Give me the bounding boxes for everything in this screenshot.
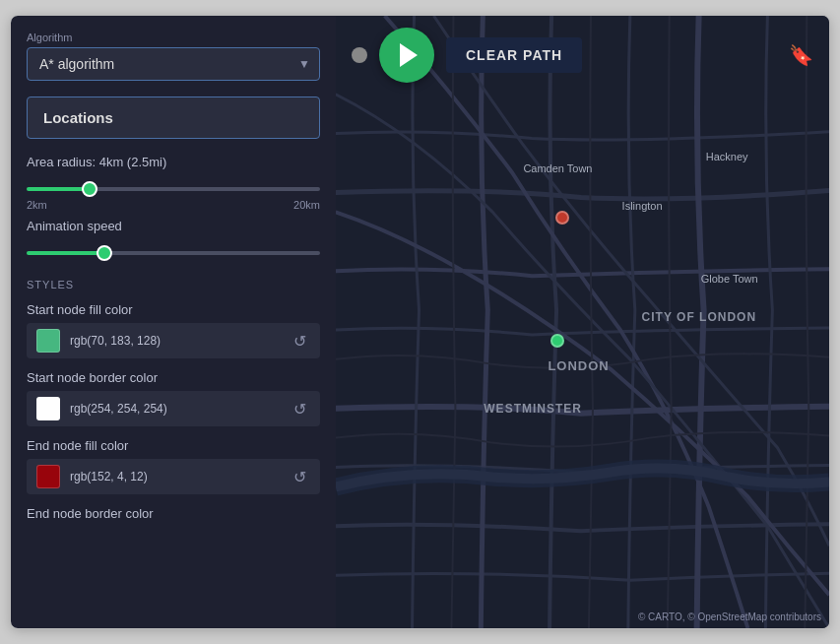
area-radius-section: Area radius: 4km (2.5mi) 2km 20km: [27, 155, 320, 211]
start-border-value: rgb(254, 254, 254): [70, 402, 167, 416]
start-border-item: Start node border color rgb(254, 254, 25…: [27, 370, 320, 426]
end-fill-row: rgb(152, 4, 12) ↺: [27, 459, 320, 494]
animation-speed-label: Animation speed: [27, 219, 320, 233]
styles-header: STYLES: [27, 279, 320, 290]
left-panel: Algorithm A* algorithm Dijkstra BFS DFS …: [11, 16, 336, 628]
end-fill-item: End node fill color rgb(152, 4, 12) ↺: [27, 438, 320, 494]
bookmark-button[interactable]: 🔖: [789, 43, 813, 67]
bookmark-icon: 🔖: [789, 44, 813, 66]
end-fill-reset-button[interactable]: ↺: [290, 466, 310, 488]
locations-button[interactable]: Locations: [27, 97, 320, 139]
end-border-item: End node border color: [27, 506, 320, 521]
area-radius-range: 2km 20km: [27, 199, 320, 211]
map-panel: Camden Town Hackney Islington Globe Town…: [336, 16, 829, 628]
play-button[interactable]: [379, 28, 434, 83]
start-fill-value: rgb(70, 183, 128): [70, 334, 161, 348]
end-fill-swatch-group: rgb(152, 4, 12): [36, 465, 148, 488]
start-border-swatch[interactable]: [36, 397, 60, 420]
area-radius-max: 20km: [293, 199, 320, 211]
play-icon: [400, 43, 418, 67]
map-topbar: CLEAR PATH 🔖: [336, 28, 829, 83]
end-fill-swatch[interactable]: [36, 465, 60, 488]
end-border-label: End node border color: [27, 506, 320, 521]
timeline-dot: [352, 47, 367, 63]
start-fill-reset-button[interactable]: ↺: [290, 330, 310, 353]
end-fill-label: End node fill color: [27, 438, 320, 453]
map-svg: [336, 16, 829, 628]
styles-section: STYLES Start node fill color rgb(70, 183…: [27, 275, 320, 533]
end-fill-value: rgb(152, 4, 12): [70, 470, 148, 483]
start-border-reset-button[interactable]: ↺: [290, 398, 310, 420]
start-border-swatch-group: rgb(254, 254, 254): [36, 397, 167, 420]
algorithm-select-wrapper: A* algorithm Dijkstra BFS DFS ▼: [27, 47, 320, 81]
animation-speed-section: Animation speed: [27, 219, 320, 259]
area-radius-min: 2km: [27, 199, 47, 211]
start-fill-label: Start node fill color: [27, 302, 320, 317]
area-radius-label: Area radius: 4km (2.5mi): [27, 155, 320, 169]
start-border-label: Start node border color: [27, 370, 320, 385]
start-fill-swatch[interactable]: [36, 329, 60, 353]
svg-rect-0: [336, 16, 829, 628]
animation-speed-slider[interactable]: [27, 251, 320, 255]
algorithm-section: Algorithm A* algorithm Dijkstra BFS DFS …: [27, 32, 320, 81]
start-fill-swatch-group: rgb(70, 183, 128): [36, 329, 161, 353]
app-container: Algorithm A* algorithm Dijkstra BFS DFS …: [10, 15, 830, 629]
start-fill-item: Start node fill color rgb(70, 183, 128) …: [27, 302, 320, 358]
clear-path-button[interactable]: CLEAR PATH: [446, 37, 582, 73]
start-fill-row: rgb(70, 183, 128) ↺: [27, 323, 320, 358]
algorithm-select[interactable]: A* algorithm Dijkstra BFS DFS: [27, 47, 320, 81]
area-radius-slider[interactable]: [27, 187, 320, 191]
start-border-row: rgb(254, 254, 254) ↺: [27, 391, 320, 426]
algorithm-label: Algorithm: [27, 32, 320, 43]
map-attribution: © CARTO, © OpenStreetMap contributors: [638, 612, 821, 622]
